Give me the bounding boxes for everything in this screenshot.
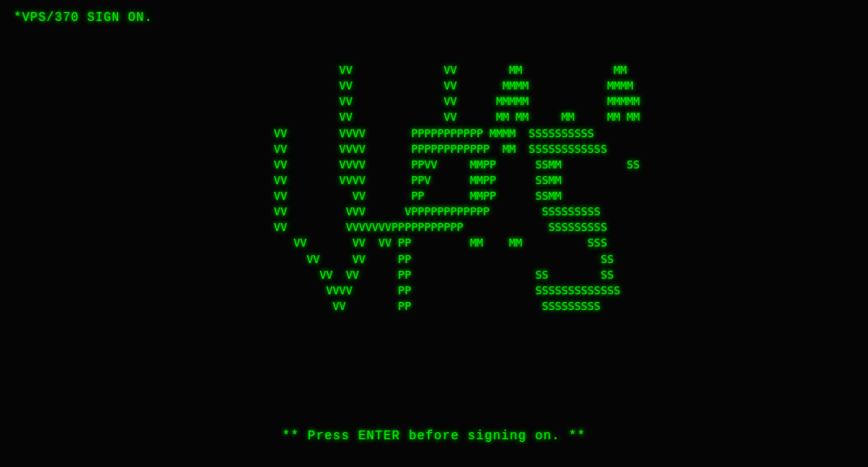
ascii-art-logo: VV VV MM MM VV VV MMMM MMMM VV VV MMMMM …	[228, 62, 640, 314]
title-line: *VPS/370 SIGN ON.	[14, 10, 854, 24]
ascii-art-container: VV VV MM MM VV VV MMMM MMMM VV VV MMMMM …	[0, 62, 868, 314]
footer-text: ** Press ENTER before signing on. **	[0, 429, 868, 443]
terminal-screen: *VPS/370 SIGN ON. VV VV MM MM VV VV MMMM…	[0, 0, 868, 467]
